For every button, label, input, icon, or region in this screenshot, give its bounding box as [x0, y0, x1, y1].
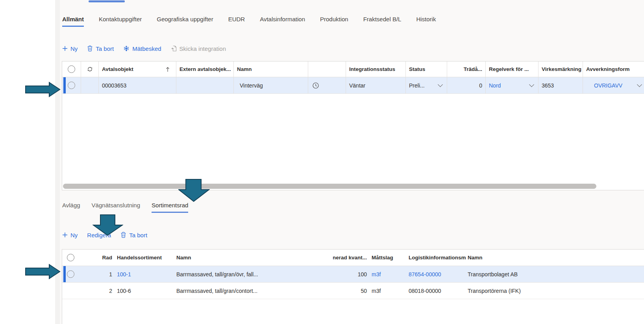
- header-namn-2[interactable]: Namn: [466, 250, 644, 266]
- cell-avverkningsform[interactable]: OVRIGAVV: [583, 77, 644, 93]
- header-handelssortiment[interactable]: Handelssortiment: [114, 250, 175, 266]
- cell-avtalsobjekt[interactable]: 00003653: [99, 77, 176, 93]
- skicka-integration-button[interactable]: Skicka integration: [171, 45, 226, 52]
- avverkningsform-link[interactable]: OVRIGAVV: [594, 82, 622, 89]
- header-avverkningsform-label: Avverkningsform: [586, 66, 630, 72]
- mattslag-link[interactable]: m3f: [372, 271, 381, 277]
- cell-namn[interactable]: Barrmassaved, tall/gran/contort...: [175, 283, 333, 299]
- cell-integrationsstatus[interactable]: Väntar: [346, 77, 406, 93]
- row-select-cell[interactable]: [62, 283, 79, 299]
- header-planerad-label: Planerad kvant...: [333, 255, 367, 261]
- annotation-arrow-right: [25, 264, 61, 279]
- cell-status[interactable]: Preli...: [406, 77, 447, 93]
- row-select-radio[interactable]: [67, 270, 74, 278]
- select-all-radio[interactable]: [67, 254, 74, 261]
- plus-icon: [62, 232, 68, 238]
- tab-eudr[interactable]: EUDR: [228, 16, 245, 27]
- chevron-down-icon[interactable]: [637, 82, 642, 87]
- matbesked-button-label: Mätbesked: [132, 45, 161, 52]
- chevron-down-icon[interactable]: [438, 82, 443, 87]
- header-logistik-label: Logistikinformationsmott...: [409, 255, 466, 261]
- annotation-arrow-down: [178, 179, 210, 202]
- cell-planerad-kvantitet[interactable]: 50: [333, 283, 370, 299]
- header-integrationsstatus[interactable]: Integrationsstatus: [346, 61, 406, 77]
- clock-icon: [312, 82, 319, 89]
- new-button[interactable]: Ny: [62, 45, 78, 52]
- delete-line-button[interactable]: Ta bort: [120, 232, 147, 238]
- select-all-cell[interactable]: [62, 61, 81, 77]
- header-namn-label: Namn: [176, 255, 191, 261]
- tab-kontaktuppgifter[interactable]: Kontaktuppgifter: [99, 16, 142, 27]
- new-line-button[interactable]: Ny: [62, 232, 78, 238]
- cell-planerad-kvantitet[interactable]: 100: [333, 266, 370, 282]
- header-avtalsobjekt[interactable]: Avtalsobjekt: [99, 61, 176, 77]
- refresh-cell[interactable]: [81, 61, 99, 77]
- cell-logistikinformationsmottagare[interactable]: 87654-00000: [407, 266, 466, 282]
- cell-namn-2[interactable]: Transportbolaget AB: [466, 266, 644, 282]
- tab-historik[interactable]: Historik: [416, 16, 436, 27]
- cell-namn[interactable]: Vinterväg: [234, 77, 308, 93]
- header-logistikinformationsmottagare[interactable]: Logistikinformationsmott...: [407, 250, 466, 266]
- header-rad[interactable]: Rad: [79, 250, 114, 266]
- row-select-radio[interactable]: [68, 82, 75, 89]
- select-all-radio[interactable]: [68, 65, 75, 73]
- header-virkesmarkning-label: Virkesmärkning: [542, 66, 581, 72]
- cell-handelssortiment[interactable]: 100-1: [114, 266, 175, 282]
- header-namn[interactable]: Namn: [175, 250, 333, 266]
- cell-extern-avtalsobjekt[interactable]: [176, 77, 234, 93]
- logistik-link[interactable]: 87654-00000: [409, 271, 441, 277]
- cell-logistikinformationsmottagare[interactable]: 08018-00000: [407, 283, 466, 299]
- table-row[interactable]: 00003653 Vinterväg Väntar Preli... 0 Nor…: [62, 77, 644, 94]
- header-mattslag[interactable]: Måttslag: [370, 250, 407, 266]
- horizontal-scrollbar-thumb[interactable]: [63, 184, 596, 189]
- regelverk-link[interactable]: Nord: [489, 82, 501, 89]
- tab-fraktsedel-bl[interactable]: Fraktsedel B/L: [363, 16, 402, 27]
- header-rad-label: Rad: [102, 255, 112, 261]
- tab-avlagg[interactable]: Avlägg: [62, 202, 80, 213]
- header-tradaldrar[interactable]: Trädå...: [447, 61, 486, 77]
- virkesmarkning-value: 3653: [542, 82, 554, 89]
- cell-pending-icon: [308, 77, 346, 93]
- header-status-label: Status: [409, 66, 425, 72]
- header-regelverk[interactable]: Regelverk för ...: [486, 61, 539, 77]
- select-all-cell[interactable]: [62, 250, 79, 266]
- cell-handelssortiment[interactable]: 100-6: [114, 283, 175, 299]
- table-row[interactable]: 1 100-1 Barrmassaved, tall/gran/övr, fal…: [62, 266, 644, 283]
- header-avverkningsform[interactable]: Avverkningsform: [583, 61, 644, 77]
- cell-namn[interactable]: Barrmassaved, tall/gran/övr, fall...: [175, 266, 333, 282]
- horizontal-scrollbar[interactable]: [63, 184, 644, 189]
- tab-sortimentsrad[interactable]: Sortimentsrad: [152, 202, 188, 213]
- cell-rad[interactable]: 1: [79, 266, 114, 282]
- header-extern-avtalsobjekt[interactable]: Extern avtalsobjek...: [176, 61, 234, 77]
- tab-geografiska-uppgifter[interactable]: Geografiska uppgifter: [157, 16, 213, 27]
- handelssortiment-value: 100-6: [117, 288, 131, 294]
- tab-allmant[interactable]: Allmänt: [62, 16, 84, 27]
- cell-mattslag[interactable]: m3f: [370, 266, 407, 282]
- row-selection-bar: [63, 266, 66, 282]
- cell-namn-2[interactable]: Transportörerna (IFK): [466, 283, 644, 299]
- handelssortiment-link[interactable]: 100-1: [117, 271, 131, 277]
- annotation-arrow-down: [93, 214, 123, 236]
- cell-tradaldrar[interactable]: 0: [447, 77, 486, 93]
- header-status[interactable]: Status: [406, 61, 447, 77]
- header-virkesmarkning[interactable]: Virkesmärkning: [539, 61, 583, 77]
- table-row[interactable]: 2 100-6 Barrmassaved, tall/gran/contort.…: [62, 283, 644, 299]
- annotation-arrow-right: [25, 82, 61, 97]
- tab-vagnatsanslutning[interactable]: Vägnätsanslutning: [92, 202, 140, 213]
- cell-virkesmarkning[interactable]: 3653: [539, 77, 583, 93]
- cell-regelverk[interactable]: Nord: [486, 77, 539, 93]
- avtalsobjekt-value: 00003653: [102, 82, 126, 89]
- tab-avtalsinformation[interactable]: Avtalsinformation: [260, 16, 305, 27]
- namn-value: Vinterväg: [240, 82, 263, 89]
- delete-button[interactable]: Ta bort: [87, 45, 114, 52]
- cell-mattslag[interactable]: m3f: [370, 283, 407, 299]
- form-content: Allmänt Kontaktuppgifter Geografiska upp…: [60, 0, 644, 324]
- matbesked-button[interactable]: Mätbesked: [123, 45, 161, 52]
- header-namn[interactable]: Namn: [234, 61, 308, 77]
- delete-line-button-label: Ta bort: [129, 232, 147, 238]
- chevron-down-icon[interactable]: [529, 82, 534, 87]
- tab-produktion[interactable]: Produktion: [320, 16, 348, 27]
- cell-rad[interactable]: 2: [79, 283, 114, 299]
- sub-tab-strip: Avlägg Vägnätsanslutning Sortimentsrad: [62, 202, 188, 213]
- header-planerad-kvantitet[interactable]: Planerad kvant...: [333, 250, 370, 266]
